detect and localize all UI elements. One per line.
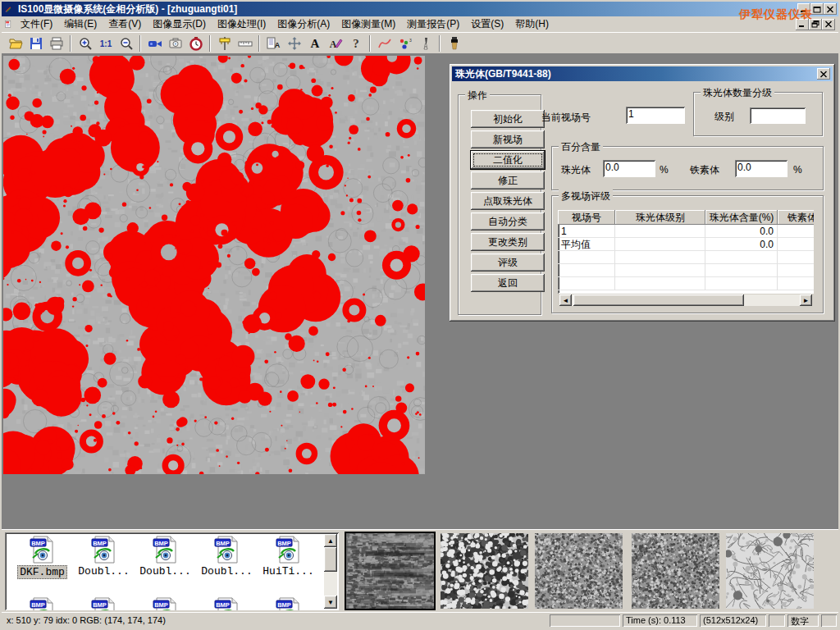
file-item[interactable]: BMPDKF.bmp (11, 536, 73, 579)
menu-item[interactable]: 帮助(H) (509, 16, 555, 33)
op-button-5[interactable]: 点取珠光体 (471, 192, 545, 210)
help-icon[interactable]: ? (346, 34, 365, 52)
svg-text:BMP: BMP (93, 540, 107, 547)
file-item-clipped[interactable]: BMP (135, 597, 196, 610)
menu-item[interactable]: 图像显示(D) (147, 16, 212, 33)
zoom-out-icon[interactable] (116, 34, 135, 52)
menu-item[interactable]: 设置(S) (465, 16, 509, 33)
file-item-clipped[interactable]: BMP (73, 597, 135, 610)
pearlite-dialog: 珠光体(GB/T9441-88) 操作 初始化新视场二值化修正点取珠光体自动分类… (450, 64, 835, 322)
zoom-in-icon[interactable] (75, 34, 94, 52)
dialog-title: 珠光体(GB/T9441-88) (455, 67, 817, 81)
timer-icon[interactable] (186, 34, 205, 52)
menu-bar: 文件(F)编辑(E)查看(V)图像显示(D)图像处理(I)图像分析(A)图像测量… (2, 16, 838, 32)
op-button-7[interactable]: 更改类别 (471, 233, 545, 251)
curve-icon[interactable] (375, 34, 394, 52)
file-item-clipped[interactable]: BMP (258, 597, 319, 610)
scroll-left-icon[interactable]: ◄ (559, 294, 572, 306)
op-button-4[interactable]: 修正 (471, 171, 545, 189)
file-item[interactable]: BMPDoubl... (73, 536, 135, 578)
multiview-table[interactable]: 视场号珠光体级别珠光体含量(%)铁素体 10.0平均值0.0 (558, 210, 814, 294)
status-empty-panel (821, 614, 837, 627)
toolbar-separator (369, 35, 371, 52)
scroll-up-icon[interactable]: ▲ (324, 534, 337, 547)
table-row[interactable] (558, 264, 814, 277)
open-icon[interactable] (6, 34, 25, 52)
ruler-icon[interactable] (235, 34, 254, 52)
table-row[interactable] (558, 277, 814, 290)
scroll-down-icon[interactable]: ▼ (324, 596, 337, 609)
table-cell (615, 277, 705, 290)
file-item-clipped[interactable]: BMP (11, 597, 73, 610)
grade-level-input[interactable] (750, 107, 806, 124)
camera-icon[interactable] (166, 34, 185, 52)
table-header-cell[interactable]: 珠光体级别 (615, 210, 705, 225)
scroll-thumb[interactable] (324, 547, 337, 572)
file-list[interactable]: BMPDKF.bmpBMPDoubl...BMPDoubl...BMPDoubl… (5, 532, 339, 610)
actual-size-icon[interactable]: 1:1 (96, 34, 115, 52)
pen-icon[interactable] (416, 34, 435, 52)
mdi-close-icon[interactable] (822, 19, 835, 30)
annotate-icon[interactable]: A (326, 34, 345, 52)
toolbar-separator (439, 35, 441, 52)
bmp-file-icon: BMP (90, 536, 118, 564)
svg-text:A: A (310, 37, 319, 50)
toolbar-separator (209, 35, 211, 52)
table-row[interactable] (558, 251, 814, 264)
op-button-1[interactable]: 初始化 (471, 110, 545, 128)
brush-icon[interactable] (445, 34, 463, 52)
file-item-clipped[interactable]: BMP (196, 597, 258, 610)
pearlite-percent-input[interactable]: 0.0 (603, 160, 655, 177)
file-item[interactable]: BMPDoubl... (196, 536, 258, 578)
micrograph-thumbnail-5[interactable] (726, 533, 814, 609)
video-camera-icon[interactable] (145, 34, 164, 52)
table-header-cell[interactable]: 铁素体 (778, 210, 814, 225)
table-hscrollbar[interactable]: ◄ ► (558, 294, 814, 307)
micrograph-thumbnail-3[interactable] (535, 533, 623, 609)
file-list-scrollbar[interactable]: ▲ ▼ (324, 534, 337, 609)
table-cell: 1 (558, 225, 615, 238)
caliper-icon[interactable] (215, 34, 234, 52)
micrograph-thumbnail-4[interactable] (632, 533, 719, 609)
op-button-2[interactable]: 新视场 (471, 130, 545, 148)
markers-icon[interactable]: 3 (395, 34, 414, 52)
menu-item[interactable]: 图像测量(M) (336, 16, 401, 33)
menu-item[interactable]: 图像分析(A) (272, 16, 336, 33)
op-button-6[interactable]: 自动分类 (471, 212, 545, 231)
table-row[interactable]: 平均值0.0 (558, 238, 814, 251)
micrograph-thumbnail-2[interactable] (441, 533, 528, 609)
ferrite-label: 铁素体 (690, 163, 719, 177)
table-cell (778, 225, 814, 238)
print-icon[interactable] (47, 34, 66, 52)
table-header-cell[interactable]: 珠光体含量(%) (705, 210, 778, 225)
file-item[interactable]: BMPDoubl... (135, 536, 196, 578)
op-button-3[interactable]: 二值化 (471, 151, 545, 169)
scroll-thumb[interactable] (573, 294, 744, 306)
save-icon[interactable] (26, 34, 45, 52)
menu-item[interactable]: 测量报告(P) (401, 16, 465, 33)
scroll-right-icon[interactable]: ► (800, 294, 812, 306)
menu-item[interactable]: 编辑(E) (58, 16, 103, 33)
op-button-9[interactable]: 返回 (471, 274, 545, 292)
file-item[interactable]: BMPHuiTi... (258, 536, 319, 578)
micrograph-thumbnail-1[interactable] (346, 533, 434, 609)
table-row[interactable]: 10.0 (558, 225, 814, 238)
ferrite-percent-input[interactable]: 0.0 (735, 160, 788, 177)
dialog-close-icon[interactable] (817, 68, 830, 80)
status-time-text: Time (s): 0.113 (623, 614, 697, 627)
menu-item[interactable]: 查看(V) (103, 16, 147, 33)
binarized-micrograph-image[interactable] (3, 56, 425, 474)
file-name: HuiTi... (261, 565, 315, 578)
menu-item[interactable]: 文件(F) (15, 16, 58, 33)
text-icon[interactable]: A (305, 34, 324, 52)
table-cell (705, 264, 778, 277)
table-header-cell[interactable]: 视场号 (558, 210, 615, 225)
move-icon[interactable] (285, 34, 304, 52)
current-view-input[interactable]: 1 (626, 107, 685, 124)
op-button-8[interactable]: 评级 (471, 253, 545, 272)
status-empty-panel (550, 614, 620, 627)
svg-text:A: A (329, 39, 336, 50)
menu-item[interactable]: 图像处理(I) (212, 16, 272, 33)
measure-icon[interactable]: A (264, 34, 283, 52)
close-icon[interactable] (824, 3, 837, 15)
